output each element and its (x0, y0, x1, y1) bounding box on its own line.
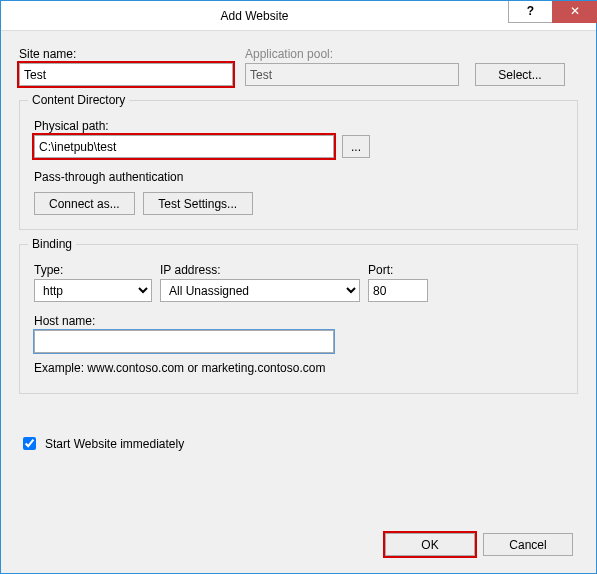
test-settings-button[interactable]: Test Settings... (143, 192, 253, 215)
connect-as-button[interactable]: Connect as... (34, 192, 135, 215)
port-label: Port: (368, 263, 428, 277)
start-immediately-label: Start Website immediately (45, 437, 184, 451)
start-immediately-checkbox[interactable] (23, 437, 36, 450)
content-directory-title: Content Directory (28, 93, 129, 107)
browse-path-button[interactable]: ... (342, 135, 370, 158)
type-label: Type: (34, 263, 152, 277)
add-website-dialog: Add Website ? ✕ Site name: Application p… (0, 0, 597, 574)
host-name-label: Host name: (34, 314, 563, 328)
dialog-content: Site name: Application pool: Select... C… (1, 31, 596, 463)
host-example-text: Example: www.contoso.com or marketing.co… (34, 361, 563, 375)
binding-title: Binding (28, 237, 76, 251)
window-title: Add Website (1, 9, 508, 23)
physical-path-label: Physical path: (34, 119, 109, 133)
site-name-input[interactable] (19, 63, 233, 86)
port-input[interactable] (368, 279, 428, 302)
host-name-input[interactable] (34, 330, 334, 353)
ip-label: IP address: (160, 263, 360, 277)
passthru-label: Pass-through authentication (34, 170, 563, 184)
question-icon: ? (527, 4, 534, 18)
ok-button[interactable]: OK (385, 533, 475, 556)
close-button[interactable]: ✕ (552, 1, 597, 23)
app-pool-label: Application pool: (245, 47, 565, 61)
select-app-pool-button[interactable]: Select... (475, 63, 565, 86)
app-pool-input (245, 63, 459, 86)
binding-group: Binding Type: http IP address: All Unass… (19, 244, 578, 394)
physical-path-input[interactable] (34, 135, 334, 158)
site-name-label: Site name: (19, 47, 233, 61)
help-button[interactable]: ? (508, 1, 553, 23)
ip-select[interactable]: All Unassigned (160, 279, 360, 302)
content-directory-group: Content Directory Physical path: ... Pas… (19, 100, 578, 230)
cancel-button[interactable]: Cancel (483, 533, 573, 556)
close-icon: ✕ (570, 4, 580, 18)
titlebar: Add Website ? ✕ (1, 1, 596, 31)
type-select[interactable]: http (34, 279, 152, 302)
